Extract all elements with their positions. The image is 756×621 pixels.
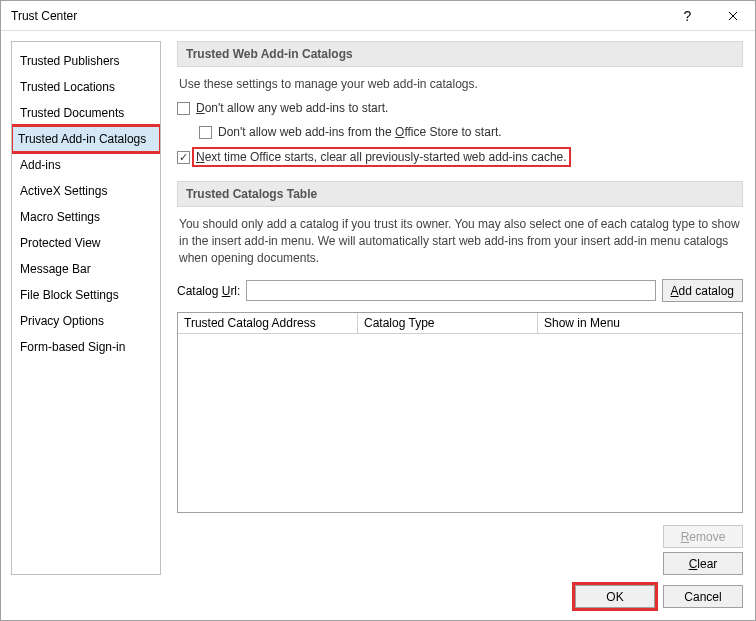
titlebar: Trust Center ? <box>1 1 755 31</box>
checkbox-clear-cache[interactable] <box>177 151 190 164</box>
help-button[interactable]: ? <box>665 1 710 31</box>
sidebar-item-file-block-settings[interactable]: File Block Settings <box>12 282 160 308</box>
sidebar-item-add-ins[interactable]: Add-ins <box>12 152 160 178</box>
checkbox-row-clear-cache[interactable]: Next time Office starts, clear all previ… <box>177 147 743 167</box>
checkbox-label-clear-cache: Next time Office starts, clear all previ… <box>194 149 569 165</box>
sidebar-item-privacy-options[interactable]: Privacy Options <box>12 308 160 334</box>
checkbox-label-dont-allow: Don't allow any web add-ins to start. <box>196 101 388 115</box>
column-header-address[interactable]: Trusted Catalog Address <box>178 313 358 333</box>
sidebar-item-trusted-locations[interactable]: Trusted Locations <box>12 74 160 100</box>
catalog-url-input[interactable] <box>246 280 655 301</box>
section-description: Use these settings to manage your web ad… <box>177 73 743 93</box>
section-header-catalogs: Trusted Web Add-in Catalogs <box>177 41 743 67</box>
column-header-type[interactable]: Catalog Type <box>358 313 538 333</box>
remove-button: Remove <box>663 525 743 548</box>
sidebar-item-message-bar[interactable]: Message Bar <box>12 256 160 282</box>
footer-buttons: OK Cancel <box>11 575 743 608</box>
catalog-table: Trusted Catalog Address Catalog Type Sho… <box>177 312 743 513</box>
content-panel: Trusted Web Add-in Catalogs Use these se… <box>177 41 743 575</box>
sidebar-item-form-based-sign-in[interactable]: Form-based Sign-in <box>12 334 160 360</box>
table-body[interactable] <box>178 334 742 512</box>
catalog-url-label: Catalog Url: <box>177 284 240 298</box>
section-help-text: You should only add a catalog if you tru… <box>177 213 743 269</box>
close-icon <box>728 11 738 21</box>
section-header-table: Trusted Catalogs Table <box>177 181 743 207</box>
checkbox-row-office-store[interactable]: Don't allow web add-ins from the Office … <box>199 123 743 141</box>
sidebar: Trusted PublishersTrusted LocationsTrust… <box>11 41 161 575</box>
sidebar-item-trusted-publishers[interactable]: Trusted Publishers <box>12 48 160 74</box>
sidebar-item-trusted-add-in-catalogs[interactable]: Trusted Add-in Catalogs <box>12 126 160 152</box>
checkbox-office-store[interactable] <box>199 126 212 139</box>
main-row: Trusted PublishersTrusted LocationsTrust… <box>11 41 743 575</box>
catalog-url-row: Catalog Url: Add catalog <box>177 279 743 302</box>
table-header-row: Trusted Catalog Address Catalog Type Sho… <box>178 313 742 334</box>
table-side-buttons: Remove Clear <box>177 525 743 575</box>
sidebar-item-trusted-documents[interactable]: Trusted Documents <box>12 100 160 126</box>
sidebar-item-activex-settings[interactable]: ActiveX Settings <box>12 178 160 204</box>
trust-center-window: Trust Center ? Trusted PublishersTrusted… <box>0 0 756 621</box>
dialog-body: Trusted PublishersTrusted LocationsTrust… <box>1 31 755 620</box>
column-header-menu[interactable]: Show in Menu <box>538 313 742 333</box>
checkbox-dont-allow[interactable] <box>177 102 190 115</box>
sidebar-item-protected-view[interactable]: Protected View <box>12 230 160 256</box>
checkbox-label-office-store: Don't allow web add-ins from the Office … <box>218 125 502 139</box>
cancel-button[interactable]: Cancel <box>663 585 743 608</box>
window-title: Trust Center <box>11 9 665 23</box>
ok-button[interactable]: OK <box>575 585 655 608</box>
clear-button[interactable]: Clear <box>663 552 743 575</box>
close-button[interactable] <box>710 1 755 31</box>
checkbox-row-dont-allow[interactable]: Don't allow any web add-ins to start. <box>177 99 743 117</box>
sidebar-item-macro-settings[interactable]: Macro Settings <box>12 204 160 230</box>
add-catalog-button[interactable]: Add catalog <box>662 279 743 302</box>
